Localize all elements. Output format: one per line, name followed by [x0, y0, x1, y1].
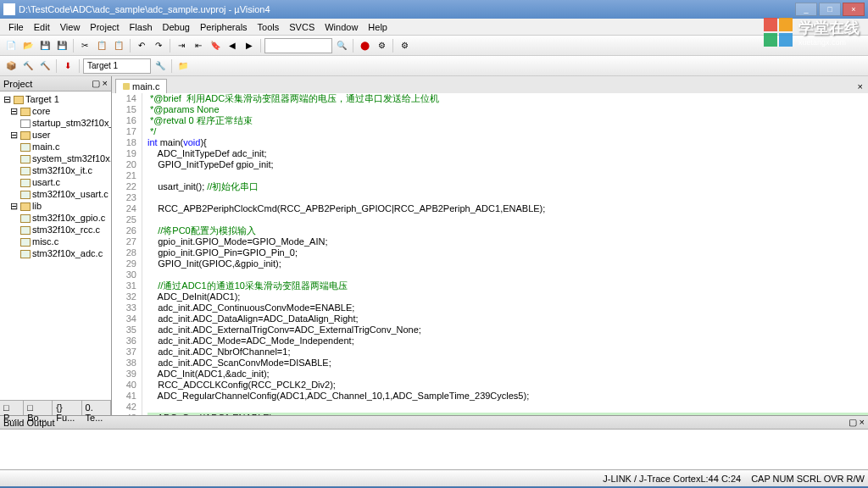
tree-item[interactable]: stm32f10x_adc.c	[2, 247, 109, 259]
menu-view[interactable]: View	[55, 22, 86, 32]
build-panel-close-icon[interactable]: ▢ ×	[849, 417, 865, 428]
project-panel-title: Project ▢ ×	[0, 76, 111, 92]
editor-area: main.c × 1415161718192021222324252627282…	[112, 76, 868, 415]
download-icon[interactable]: ⬇	[60, 58, 75, 74]
window-title: D:\TestCode\ADC\adc_sample\adc_sample.uv…	[19, 4, 795, 14]
close-button[interactable]: ×	[843, 3, 865, 16]
tree-item[interactable]: stm32f10x_usart.c	[2, 188, 109, 200]
tree-item[interactable]: ⊟ Target 1	[2, 93, 109, 105]
tree-item[interactable]: stm32f10x_rcc.c	[2, 224, 109, 236]
tab-close-icon[interactable]: ×	[853, 80, 868, 93]
project-panel: Project ▢ × ⊟ Target 1⊟ corestartup_stm3…	[0, 76, 112, 415]
tree-item[interactable]: ⊟ user	[2, 129, 109, 141]
panel-close-icon[interactable]: ▢ ×	[92, 78, 108, 89]
build-output-title: Build Output ▢ ×	[0, 416, 868, 430]
save-all-icon[interactable]: 💾	[54, 38, 70, 53]
status-bar: J-LINK / J-Trace Cortex L:44 C:24 CAP NU…	[0, 469, 868, 486]
config-icon[interactable]: ⚙	[397, 38, 412, 53]
build-output-label: Build Output	[3, 418, 55, 428]
status-debugger: J-LINK / J-Trace Cortex	[603, 474, 700, 484]
paste-icon[interactable]: 📋	[111, 38, 126, 53]
file-tab-main[interactable]: main.c	[115, 79, 167, 93]
project-tab[interactable]: □ Bo...	[24, 401, 53, 415]
bookmark-next-icon[interactable]: ▶	[242, 38, 257, 53]
toolbar-2: 📦 🔨 🔨 ⬇ Target 1 🔧 📁	[0, 56, 868, 76]
project-tab[interactable]: 0. Te...	[82, 401, 111, 415]
cut-icon[interactable]: ✂	[77, 38, 92, 53]
minimize-button[interactable]: _	[795, 3, 817, 16]
menu-svcs[interactable]: SVCS	[284, 22, 320, 32]
bookmark-prev-icon[interactable]: ◀	[225, 38, 240, 53]
menu-window[interactable]: Window	[320, 22, 363, 32]
redo-icon[interactable]: ↷	[151, 38, 166, 53]
tree-item[interactable]: startup_stm32f10x_r	[2, 117, 109, 129]
tree-item[interactable]: system_stm32f10x.c	[2, 152, 109, 164]
tree-item[interactable]: main.c	[2, 141, 109, 152]
tree-item[interactable]: stm32f10x_gpio.c	[2, 212, 109, 224]
manage-icon[interactable]: 📁	[175, 58, 191, 74]
menu-tools[interactable]: Tools	[253, 22, 285, 32]
tree-item[interactable]: misc.c	[2, 236, 109, 247]
status-caps: CAP NUM SCRL OVR R/W	[751, 474, 865, 484]
code-editor[interactable]: 1415161718192021222324252627282930313233…	[112, 93, 868, 415]
new-file-icon[interactable]: 📄	[3, 38, 19, 53]
build-target-icon[interactable]: 📦	[3, 58, 19, 74]
window-titlebar: D:\TestCode\ADC\adc_sample\adc_sample.uv…	[0, 0, 868, 19]
file-tab-label: main.c	[132, 81, 159, 92]
bookmark-icon[interactable]: 🔖	[208, 38, 223, 53]
save-icon[interactable]: 💾	[37, 38, 53, 53]
build-output-panel: Build Output ▢ ×	[0, 415, 868, 469]
app-icon	[3, 3, 15, 15]
build-all-icon[interactable]: 🔨	[37, 58, 53, 74]
code-content[interactable]: *@brief 利用ADC采集滑动变阻器两端的电压，通过串口发送给上位机 *@p…	[142, 93, 868, 415]
menu-debug[interactable]: Debug	[158, 22, 195, 32]
menu-flash[interactable]: Flash	[125, 22, 158, 32]
undo-icon[interactable]: ↶	[134, 38, 149, 53]
file-modified-icon	[123, 83, 130, 90]
project-tab[interactable]: □ P...	[0, 401, 24, 415]
build-icon[interactable]: ⚙	[374, 38, 389, 53]
line-gutter: 1415161718192021222324252627282930313233…	[112, 93, 142, 415]
maximize-button[interactable]: □	[819, 3, 841, 16]
menu-peripherals[interactable]: Peripherals	[195, 22, 253, 32]
menu-help[interactable]: Help	[363, 22, 392, 32]
open-file-icon[interactable]: 📂	[20, 38, 36, 53]
find-icon[interactable]: 🔍	[334, 38, 349, 53]
status-cursor-pos: L:44 C:24	[700, 474, 741, 484]
options-icon[interactable]: 🔧	[153, 58, 168, 74]
menu-project[interactable]: Project	[85, 22, 124, 32]
outdent-icon[interactable]: ⇤	[191, 38, 206, 53]
target-combo[interactable]: Target 1	[83, 58, 151, 74]
menu-bar: FileEditViewProjectFlashDebugPeripherals…	[0, 19, 868, 36]
file-tabs: main.c ×	[112, 76, 868, 93]
project-panel-tabs: □ P...□ Bo...{} Fu...0. Te...	[0, 400, 111, 415]
menu-file[interactable]: File	[3, 22, 29, 32]
project-title-text: Project	[3, 79, 32, 89]
menu-edit[interactable]: Edit	[29, 22, 55, 32]
tree-item[interactable]: ⊟ core	[2, 105, 109, 117]
tree-item[interactable]: ⊟ lib	[2, 200, 109, 212]
rebuild-icon[interactable]: 🔨	[20, 58, 36, 74]
find-combo[interactable]	[264, 38, 332, 53]
project-tab[interactable]: {} Fu...	[53, 401, 81, 415]
tree-item[interactable]: usart.c	[2, 176, 109, 188]
toolbar-1: 📄 📂 💾 💾 ✂ 📋 📋 ↶ ↷ ⇥ ⇤ 🔖 ◀ ▶ 🔍 ⬤ ⚙ ⚙	[0, 36, 868, 56]
indent-icon[interactable]: ⇥	[174, 38, 189, 53]
tree-item[interactable]: stm32f10x_it.c	[2, 164, 109, 176]
debug-icon[interactable]: ⬤	[357, 38, 372, 53]
copy-icon[interactable]: 📋	[94, 38, 109, 53]
project-tree[interactable]: ⊟ Target 1⊟ corestartup_stm32f10x_r⊟ use…	[0, 92, 111, 400]
